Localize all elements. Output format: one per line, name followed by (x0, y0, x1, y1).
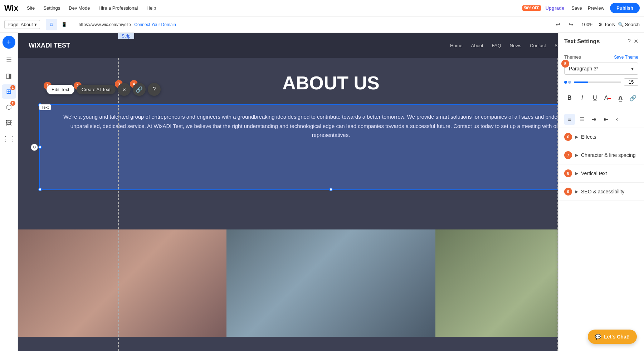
text-editing-area: 1 Edit Text 2 Create AI Text (39, 104, 623, 190)
vertical-text-section[interactable]: 8 ▶ Vertical text (558, 164, 644, 183)
step8-circle: 8 (564, 169, 572, 177)
nav-about[interactable]: About (471, 43, 483, 48)
add-element-button[interactable]: + (3, 36, 15, 49)
layers-badge: 1 (10, 85, 15, 90)
chat-button[interactable]: 💬 Let's Chat! (588, 330, 637, 344)
search-button[interactable]: 🔍 Search (618, 22, 640, 27)
bold-button[interactable]: B (564, 92, 575, 104)
device-switcher: 🖥 📱 (46, 19, 70, 30)
sidebar-item-blocks[interactable]: ⋮⋮ (2, 132, 16, 146)
page-name: Page: About (8, 22, 33, 27)
nav-faq[interactable]: FAQ (492, 43, 501, 48)
desktop-view-button[interactable]: 🖥 (46, 19, 57, 30)
handle-bm[interactable] (329, 188, 333, 191)
save-button[interactable]: Save (571, 5, 582, 11)
create-ai-text-button[interactable]: Create AI Text (77, 85, 116, 94)
link-icon-button[interactable]: 🔗 (133, 83, 146, 96)
link-format-button[interactable]: 🔗 (628, 92, 639, 104)
redo-button[interactable]: ↪ (565, 19, 576, 30)
sidebar-item-design[interactable]: ◨ (2, 69, 16, 83)
slider-dot-2 (568, 81, 571, 84)
undo-button[interactable]: ↩ (552, 19, 564, 30)
settings-menu[interactable]: Settings (40, 5, 63, 11)
preview-button[interactable]: Preview (588, 5, 604, 11)
undo-redo-group: ↩ ↪ (552, 19, 576, 30)
handle-bl[interactable] (38, 188, 42, 191)
nav-contact[interactable]: Contact (530, 43, 546, 48)
effects-section[interactable]: 6 ▶ Effects (558, 128, 644, 146)
connect-domain-link[interactable]: Connect Your Domain (134, 22, 176, 27)
effects-arrow-icon: ▶ (575, 134, 578, 139)
text-color-button[interactable]: A▬ (602, 92, 613, 104)
strip-label: Strip (118, 33, 134, 39)
pages-icon: ☰ (6, 56, 12, 64)
panel-close-button[interactable]: ✕ (634, 38, 638, 45)
create-ai-label: Create AI Text (82, 87, 111, 92)
font-size-input[interactable]: 15 (624, 78, 638, 86)
second-bar: Page: About ▾ 🖥 📱 https://www.wix.com/my… (0, 16, 644, 33)
seo-section[interactable]: 9 ▶ SEO & accessibility (558, 183, 644, 201)
site-menu[interactable]: Site (24, 5, 38, 11)
help-icon-button[interactable]: ? (148, 83, 161, 96)
align-left-button[interactable]: ≡ (564, 114, 575, 125)
publish-button[interactable]: Publish (610, 3, 640, 13)
sidebar-item-pages[interactable]: ☰ (2, 53, 16, 67)
canvas: Strip Section: About WIXADI TEST Home Ab… (18, 33, 644, 351)
site-url: https://www.wix.com/mysite (79, 22, 131, 27)
photo-cell-1 (18, 229, 226, 337)
blocks-icon: ⋮⋮ (3, 135, 15, 143)
devmode-menu[interactable]: Dev Mode (66, 5, 93, 11)
italic-button[interactable]: I (577, 92, 588, 104)
sidebar-item-media[interactable]: 🖼 (2, 116, 16, 130)
edit-text-button[interactable]: Edit Text (47, 85, 74, 94)
effects-label: Effects (581, 134, 638, 140)
font-size-slider[interactable] (574, 81, 621, 83)
help-menu[interactable]: Help (143, 5, 159, 11)
nav-home[interactable]: Home (450, 43, 463, 48)
left-sidebar: + ☰ ◨ ⊞ 1 ⬡ 2 🖼 ⋮⋮ (0, 33, 18, 351)
vertical-text-label: Vertical text (581, 170, 638, 176)
site-content: ABOUT US 1 Edit Text 2 Cre (18, 58, 644, 351)
nav-news[interactable]: News (510, 43, 522, 48)
themes-label: Themes (564, 54, 581, 60)
discount-badge: 50% OFF (522, 5, 541, 11)
hire-pro-link[interactable]: Hire a Professional (96, 5, 141, 11)
text-highlight-button[interactable]: A̲ (615, 92, 626, 104)
design-icon: ◨ (6, 72, 12, 80)
slider-dots (564, 81, 571, 84)
char-line-arrow-icon: ▶ (575, 153, 578, 158)
font-size-slider-row: 15 (564, 78, 638, 86)
outdent-button[interactable]: ⇤ (601, 114, 611, 125)
list-button[interactable]: ☰ (576, 114, 587, 125)
indent-button[interactable]: ⇥ (589, 114, 599, 125)
char-line-label: Character & line spacing (581, 152, 638, 158)
seo-arrow-icon: ▶ (575, 189, 578, 194)
top-bar: Wix Site Settings Dev Mode Hire a Profes… (0, 0, 644, 16)
tools-button[interactable]: ⚙ Tools (598, 22, 615, 27)
save-theme-button[interactable]: Save Theme (614, 55, 638, 60)
text-indicator: Text (39, 104, 51, 110)
themes-section: Themes Save Theme 5 Paragraph 3* ▾ (558, 50, 644, 111)
upgrade-button[interactable]: Upgrade (545, 5, 564, 11)
url-bar: https://www.wix.com/mysite Connect Your … (79, 22, 176, 27)
char-line-section[interactable]: 7 ▶ Character & line spacing (558, 146, 644, 164)
wix-logo: Wix (4, 4, 18, 13)
site-logo: WIXADI TEST (29, 42, 70, 49)
panel-help-button[interactable]: ? (628, 38, 631, 45)
page-selector[interactable]: Page: About ▾ (4, 20, 40, 29)
rtl-button[interactable]: ⇐ (613, 114, 624, 125)
site-header: WIXADI TEST Home About FAQ News Contact … (18, 33, 644, 58)
underline-button[interactable]: U (590, 92, 600, 104)
slider-dot-1 (564, 81, 567, 84)
text-toolbar: 1 Edit Text 2 Create AI Text (47, 83, 161, 96)
back-icon-button[interactable]: « (118, 83, 131, 96)
handle-ml[interactable] (38, 145, 42, 149)
about-body-text: We're a young and talented group of entr… (51, 112, 611, 140)
sidebar-item-layers[interactable]: ⊞ 1 (2, 84, 16, 99)
selected-text-box[interactable]: We're a young and talented group of entr… (39, 104, 623, 190)
rotate-handle[interactable]: ↻ (31, 144, 38, 151)
paragraph-dropdown[interactable]: Paragraph 3* ▾ (564, 63, 638, 75)
mobile-view-button[interactable]: 📱 (59, 19, 70, 30)
step7-circle: 7 (564, 151, 572, 159)
sidebar-item-apps[interactable]: ⬡ 2 (2, 100, 16, 114)
